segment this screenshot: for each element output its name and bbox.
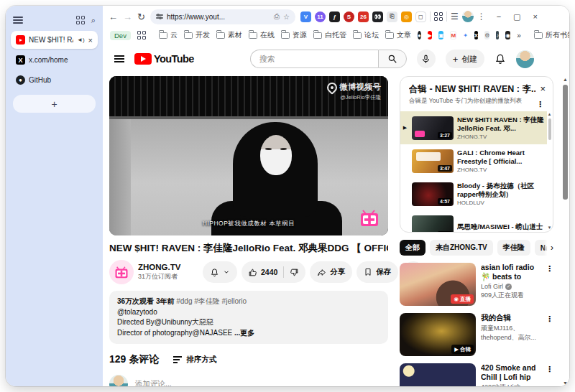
all-bookmarks-folder[interactable]: 所有书签 bbox=[534, 30, 569, 40]
bookmark-cam-icon[interactable]: ◉ bbox=[505, 31, 510, 39]
channel-avatar[interactable] bbox=[109, 260, 134, 284]
bookmark-folder-dev[interactable]: 开发 bbox=[184, 30, 210, 40]
extension-calendar11-icon[interactable]: 11 bbox=[315, 11, 326, 22]
address-bar[interactable]: https://www.yout... ⎙ ☆ bbox=[150, 9, 295, 24]
bookmark-folder-online[interactable]: 在线 bbox=[249, 30, 275, 40]
extension-orange-icon[interactable]: ◎ bbox=[401, 11, 412, 22]
apps-grid-icon[interactable] bbox=[137, 31, 146, 39]
video-menu-icon[interactable]: ⋮ bbox=[546, 365, 553, 386]
site-settings-icon[interactable] bbox=[156, 13, 163, 20]
chip-all[interactable]: 全部 bbox=[400, 240, 426, 256]
video-menu-icon[interactable]: ⋮ bbox=[546, 314, 553, 356]
reload-button[interactable]: ↻ bbox=[137, 11, 145, 22]
video-menu-icon[interactable]: ⋮ bbox=[546, 264, 553, 306]
bookmark-folder-cloud[interactable]: 云 bbox=[159, 30, 178, 40]
playlist-scrollbar[interactable]: ▲ ▼ bbox=[547, 111, 552, 230]
forward-button[interactable]: → bbox=[123, 11, 132, 22]
bookmark-dev-chip[interactable]: Dev bbox=[110, 31, 131, 40]
chip-artist[interactable]: 李佳隆 bbox=[497, 240, 530, 256]
tab-item-youtube[interactable]: NEW $HIT! RAVEN ◄) × bbox=[11, 31, 98, 49]
sort-button[interactable]: 排序方式 bbox=[173, 355, 216, 365]
show-more-link[interactable]: ...更多 bbox=[234, 329, 254, 337]
extension-s-icon[interactable]: S bbox=[344, 11, 354, 22]
search-tabs-icon[interactable]: ⌕ bbox=[91, 16, 96, 25]
page-scrollbar[interactable]: ▲ ▼ bbox=[561, 76, 569, 386]
bookmark-settings-icon[interactable]: ⚙ bbox=[484, 31, 489, 39]
bookmark-folder-article[interactable]: 文章 bbox=[385, 30, 411, 40]
bookmark-tv-icon[interactable]: ▣ bbox=[438, 31, 444, 39]
guide-menu-icon[interactable] bbox=[114, 53, 124, 65]
x-favicon-icon: X bbox=[16, 55, 25, 65]
browser-menu-icon[interactable]: ⋮ bbox=[477, 11, 486, 22]
search-input[interactable] bbox=[250, 50, 378, 68]
youtube-logo[interactable]: YouTube bbox=[134, 53, 194, 65]
playlist-item[interactable]: 3:47 GALI : Chrome Heart Freestyle [ Off… bbox=[400, 144, 547, 177]
dislike-icon[interactable] bbox=[290, 268, 299, 277]
tab-item-x[interactable]: X x.com/home bbox=[11, 51, 98, 69]
extension-clipboard-icon[interactable]: ⎘ bbox=[387, 11, 397, 22]
maximize-button[interactable]: ▢ bbox=[513, 12, 520, 22]
voice-search-button[interactable] bbox=[417, 50, 436, 68]
playlist-menu-icon[interactable]: ⋮ bbox=[536, 100, 544, 109]
extension-eyes-icon[interactable]: 👀 bbox=[372, 11, 383, 22]
add-comment-input[interactable]: 添加评论... bbox=[135, 379, 172, 386]
recommended-video[interactable]: 420 Smoke and Chill | Lofi hip hop mix ~… bbox=[400, 363, 553, 386]
scroll-up-icon[interactable]: ▲ bbox=[547, 111, 552, 117]
new-tab-button[interactable]: + bbox=[13, 95, 96, 113]
playlist-item[interactable]: 3:44 馬思唯/MASIWEI - 崂山道士 bbox=[400, 210, 547, 233]
extension-outline-icon[interactable]: ◻ bbox=[415, 11, 426, 22]
channel-name[interactable]: ZHONG.TV bbox=[138, 263, 198, 271]
bookmarks-overflow-chevron[interactable]: » bbox=[517, 32, 521, 39]
playlist-item[interactable]: 4:57 Bloody - 扬布拉德（社区rapper特别企划）HOLDLUV bbox=[400, 177, 547, 210]
qr-grid-icon[interactable] bbox=[434, 12, 443, 21]
scroll-down-icon[interactable]: ▼ bbox=[547, 225, 552, 230]
playlist-close-icon[interactable]: × bbox=[540, 83, 546, 94]
chip-from-channel[interactable]: 来自ZHONG.TV bbox=[430, 240, 493, 256]
bookmark-x-icon[interactable]: X bbox=[474, 31, 478, 39]
video-player[interactable]: 微博视频号 @JelloRio李佳隆 HIPHOP被我做成教材 本草纲目 bbox=[109, 76, 388, 235]
save-button[interactable]: 保存 bbox=[356, 261, 398, 283]
recommended-video[interactable]: ▶合辑 我的合辑 顽童MJ116、thehopend、高尔... ⋮ bbox=[400, 313, 553, 356]
recommended-video[interactable]: ◉直播 asian lofi radio 🎋 beats to relax/st… bbox=[400, 263, 553, 306]
scroll-up-icon[interactable]: ▲ bbox=[561, 77, 569, 82]
subscribed-bell-button[interactable] bbox=[203, 261, 237, 283]
bookmark-folder-material[interactable]: 素材 bbox=[216, 30, 242, 40]
extension-shield-icon[interactable]: V bbox=[300, 11, 311, 22]
tab-item-github[interactable]: ● GitHub bbox=[11, 71, 98, 89]
extension-f-icon[interactable]: ƒ bbox=[329, 11, 340, 22]
scroll-down-icon[interactable]: ▼ bbox=[561, 381, 569, 386]
video-thumbnail: ◉直播 bbox=[400, 263, 476, 306]
extension-calendar26-icon[interactable]: 26 bbox=[358, 11, 369, 22]
bookmark-folder-forum[interactable]: 论坛 bbox=[353, 30, 379, 40]
reading-list-icon[interactable]: ☰ bbox=[451, 11, 459, 22]
bookmark-youtube-icon[interactable]: ▶ bbox=[428, 31, 432, 39]
back-button[interactable]: ← bbox=[109, 11, 118, 22]
tab-audio-icon[interactable]: ◄) bbox=[77, 37, 85, 43]
hashtags[interactable]: #ddg #李佳隆 #jellorio bbox=[176, 297, 247, 305]
collapse-sidebar-icon[interactable] bbox=[13, 15, 23, 25]
bookmark-mic-icon[interactable]: ♪ bbox=[496, 31, 499, 39]
close-button[interactable]: × bbox=[533, 12, 538, 21]
create-button[interactable]: + 创建 bbox=[446, 50, 485, 68]
share-button[interactable]: 分享 bbox=[310, 261, 352, 283]
playlist-item[interactable]: ▶ 3:27 NEW $HIT! RAVEN : 李佳隆JelloRio Fea… bbox=[400, 111, 547, 144]
minimize-button[interactable]: − bbox=[497, 12, 501, 21]
account-avatar[interactable] bbox=[516, 50, 534, 68]
tab-groups-icon[interactable] bbox=[76, 16, 85, 24]
like-icon[interactable] bbox=[248, 268, 257, 277]
bookmark-folder-resource[interactable]: 资源 bbox=[281, 30, 307, 40]
bookmark-gemini-icon[interactable]: ✦ bbox=[463, 31, 468, 39]
bookmark-folder-selfhost[interactable]: 白托管 bbox=[313, 30, 346, 40]
scrollbar-thumb[interactable] bbox=[563, 85, 568, 200]
bookmark-github-icon[interactable]: ● bbox=[418, 31, 421, 39]
bookmark-star-icon[interactable]: ☆ bbox=[283, 13, 290, 21]
tab-close-icon[interactable]: × bbox=[88, 36, 93, 45]
description-box[interactable]: 36万次观看 3年前 #ddg #李佳隆 #jellorio @tolazyto… bbox=[109, 291, 388, 344]
bookmark-gmail-icon[interactable]: M bbox=[450, 31, 456, 39]
send-to-device-icon[interactable]: ⎙ bbox=[274, 12, 280, 21]
chips-next-chevron-icon[interactable]: › bbox=[543, 240, 553, 256]
browser-profile-avatar[interactable] bbox=[462, 11, 474, 22]
notifications-bell-icon[interactable] bbox=[494, 53, 506, 65]
recommended-title: 420 Smoke and Chill | Lofi hip hop mix ~… bbox=[481, 363, 540, 382]
search-button[interactable] bbox=[378, 50, 407, 68]
